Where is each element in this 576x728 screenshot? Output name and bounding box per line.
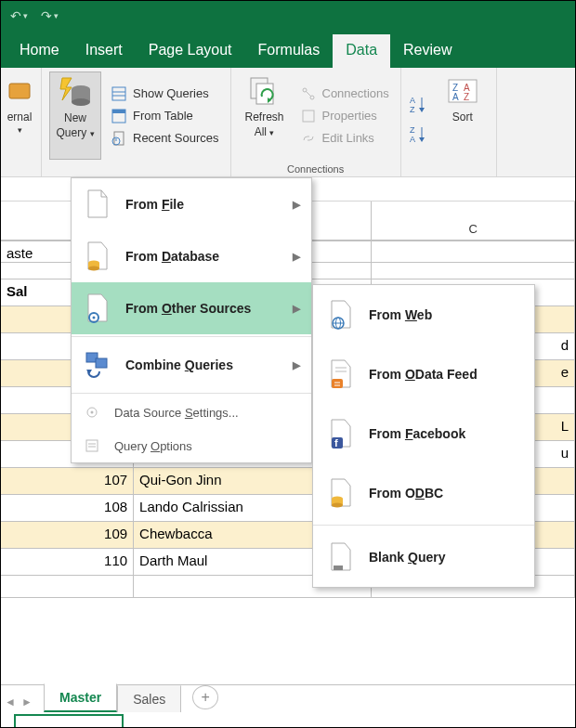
- svg-rect-9: [112, 110, 125, 113]
- svg-point-35: [88, 266, 99, 271]
- file-database-icon: [83, 241, 112, 271]
- svg-point-4: [72, 98, 90, 106]
- queries-pane-icon: [111, 85, 127, 102]
- svg-text:Z: Z: [410, 105, 415, 113]
- svg-text:A: A: [452, 92, 459, 102]
- from-other-sources-submenu: From Web From OData Feed f From Facebook…: [312, 284, 535, 588]
- svg-text:Z: Z: [410, 125, 415, 135]
- connections-button[interactable]: Connections: [296, 84, 393, 104]
- svg-text:Z: Z: [464, 92, 469, 102]
- from-table-button[interactable]: From Table: [107, 106, 223, 126]
- settings-icon: [83, 403, 101, 422]
- col-header-c[interactable]: C: [372, 202, 575, 240]
- refresh-icon: [248, 75, 281, 109]
- next-sheet-button[interactable]: ►: [21, 696, 33, 708]
- sort-asc-icon[interactable]: AZ: [409, 93, 431, 115]
- tab-page-layout[interactable]: Page Layout: [136, 34, 245, 68]
- menu-blank-query[interactable]: Blank Query: [313, 527, 534, 587]
- chevron-right-icon: ▶: [293, 251, 300, 263]
- menu-query-options[interactable]: Query Options: [72, 429, 311, 462]
- tab-insert[interactable]: Insert: [72, 34, 136, 68]
- new-query-menu: From File ▶ From Database ▶ From Other S…: [71, 177, 312, 463]
- show-queries-button[interactable]: Show Queries: [107, 84, 223, 104]
- tab-review[interactable]: Review: [390, 34, 465, 68]
- active-cell-outline: [14, 714, 124, 727]
- svg-rect-51: [332, 379, 343, 388]
- tab-home[interactable]: Home: [7, 34, 72, 68]
- tab-data[interactable]: Data: [333, 34, 390, 68]
- svg-rect-19: [303, 110, 314, 122]
- sheet-tab-sales[interactable]: Sales: [117, 685, 181, 712]
- prev-sheet-button[interactable]: ◄: [5, 696, 16, 708]
- edit-links-button[interactable]: Edit Links: [296, 128, 393, 149]
- svg-point-37: [93, 317, 96, 319]
- external-data-icon: [3, 75, 36, 109]
- properties-button[interactable]: Properties: [296, 106, 393, 126]
- titlebar: ↶▾ ↷▾: [1, 1, 575, 31]
- undo-button[interactable]: ↶▾: [10, 8, 28, 23]
- recent-sources-button[interactable]: Recent Sources: [107, 128, 223, 149]
- svg-text:A: A: [410, 96, 415, 105]
- menu-from-facebook[interactable]: f From Facebook: [313, 404, 534, 463]
- chevron-right-icon: ▶: [293, 359, 300, 371]
- menu-from-database[interactable]: From Database ▶: [72, 230, 311, 282]
- menu-from-web[interactable]: From Web: [313, 285, 534, 344]
- svg-rect-43: [86, 440, 98, 451]
- svg-point-42: [91, 411, 94, 414]
- svg-text:f: f: [334, 437, 338, 448]
- table-icon: [111, 108, 127, 124]
- file-facebook-icon: f: [326, 419, 356, 448]
- svg-marker-23: [419, 108, 425, 112]
- ext-label: ernal: [7, 110, 33, 124]
- file-odbc-icon: [326, 478, 356, 508]
- menu-from-odbc[interactable]: From ODBC: [313, 463, 534, 523]
- svg-rect-59: [334, 566, 343, 570]
- tab-formulas[interactable]: Formulas: [245, 34, 334, 68]
- redo-button[interactable]: ↷▾: [41, 8, 59, 23]
- links-icon: [300, 130, 317, 147]
- menu-combine-queries[interactable]: Combine Queries ▶: [72, 339, 311, 391]
- connections-icon: [300, 85, 317, 102]
- sort-desc-icon[interactable]: ZA: [409, 123, 431, 145]
- svg-rect-14: [256, 84, 273, 104]
- chevron-right-icon: ▶: [293, 303, 300, 315]
- svg-marker-40: [86, 370, 92, 374]
- menu-from-other-sources[interactable]: From Other Sources ▶: [72, 282, 311, 334]
- menu-from-file[interactable]: From File ▶: [72, 178, 311, 230]
- add-sheet-button[interactable]: +: [192, 685, 218, 709]
- ribbon-tabs: Home Insert Page Layout Formulas Data Re…: [1, 31, 575, 68]
- sort-dialog-icon: ZAAZ: [446, 75, 479, 109]
- file-globe-icon: [326, 300, 356, 330]
- menu-data-source-settings[interactable]: Data Source Settings...: [72, 396, 311, 429]
- recent-icon: [111, 130, 127, 147]
- ribbon: ernal ▾ New Query ▾ Show Queries: [1, 68, 575, 177]
- refresh-all-button[interactable]: Refresh All ▾: [239, 72, 291, 160]
- get-external-data-button[interactable]: ernal ▾: [1, 72, 38, 160]
- properties-icon: [300, 108, 317, 124]
- file-icon: [83, 189, 112, 219]
- svg-point-58: [332, 503, 343, 508]
- sheet-tab-bar: ◄ ► Master Sales +: [1, 684, 575, 712]
- file-blank-icon: [326, 542, 356, 572]
- chevron-right-icon: ▶: [293, 199, 300, 211]
- svg-marker-1: [60, 78, 72, 100]
- options-icon: [83, 436, 101, 455]
- menu-from-odata[interactable]: From OData Feed: [313, 344, 534, 404]
- database-lightning-icon: [59, 76, 92, 110]
- svg-line-18: [306, 91, 311, 97]
- svg-text:A: A: [410, 135, 415, 143]
- sheet-tab-master[interactable]: Master: [44, 683, 117, 712]
- combine-icon: [83, 350, 112, 380]
- connections-group-label: Connections: [231, 163, 400, 175]
- file-gear-icon: [83, 293, 112, 323]
- svg-marker-27: [419, 137, 425, 142]
- file-odata-icon: [326, 359, 356, 389]
- svg-rect-0: [9, 84, 30, 98]
- svg-rect-5: [112, 87, 125, 100]
- new-query-button[interactable]: New Query ▾: [49, 72, 101, 160]
- svg-rect-39: [96, 358, 107, 368]
- sort-button[interactable]: ZAAZ Sort: [437, 72, 489, 160]
